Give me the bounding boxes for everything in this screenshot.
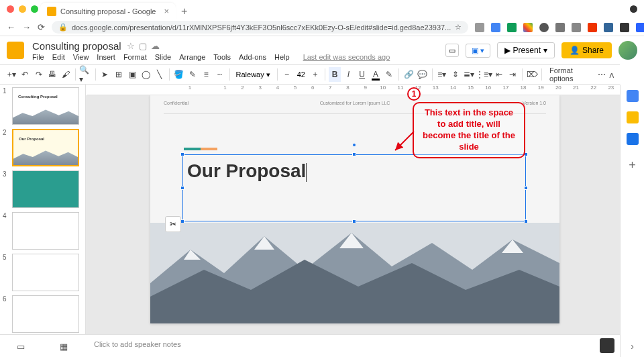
slide-thumb-4[interactable]: [12, 212, 79, 250]
present-button[interactable]: ▶ Present ▾: [497, 42, 555, 58]
last-edit-link[interactable]: Last edit was seconds ago: [303, 53, 390, 61]
ext-icon[interactable]: [523, 23, 533, 32]
autofit-icon[interactable]: ✂: [165, 216, 181, 232]
slide-thumb-5[interactable]: [12, 254, 79, 291]
textbox-tool[interactable]: ⊞: [113, 67, 125, 82]
speaker-notes[interactable]: Click to add speaker notes: [86, 334, 620, 357]
menu-view[interactable]: View: [73, 53, 89, 61]
shape-tool[interactable]: ◯: [140, 67, 152, 82]
star-icon[interactable]: ☆: [455, 23, 462, 32]
rotate-handle[interactable]: [352, 143, 356, 147]
ext-icon[interactable]: [555, 23, 565, 32]
explore-button[interactable]: [600, 338, 614, 353]
slide-thumb-2[interactable]: Our Proposal: [12, 129, 79, 166]
title-textbox[interactable]: Our Proposal: [182, 154, 526, 221]
tasks-addon-icon[interactable]: [627, 133, 639, 145]
indent-decrease-button[interactable]: ⇤: [492, 67, 504, 82]
menu-tools[interactable]: Tools: [213, 53, 231, 61]
forward-icon[interactable]: →: [22, 23, 31, 32]
resize-handle[interactable]: [180, 152, 184, 156]
indent-increase-button[interactable]: ⇥: [506, 67, 519, 82]
ext-icon[interactable]: [620, 23, 629, 32]
url-input[interactable]: 🔒 docs.google.com/presentation/d/11rXMlN…: [52, 21, 468, 34]
menu-help[interactable]: Help: [274, 53, 290, 61]
comments-icon[interactable]: ▭: [445, 44, 459, 57]
browser-tab[interactable]: Consulting proposal - Google ×: [40, 3, 176, 19]
image-tool[interactable]: ▣: [126, 67, 138, 82]
filmstrip-view-icon[interactable]: ▭: [17, 342, 26, 351]
redo-button[interactable]: ↷: [33, 67, 45, 82]
menu-addons[interactable]: Add-ons: [239, 53, 266, 61]
ext-icon[interactable]: [475, 23, 484, 32]
italic-button[interactable]: I: [342, 67, 354, 82]
text-color-button[interactable]: A: [370, 67, 382, 82]
numbered-list-button[interactable]: ≣▾: [463, 67, 475, 82]
font-increase-button[interactable]: +: [309, 67, 321, 82]
window-minimize-icon[interactable]: [19, 5, 26, 13]
ext-icon[interactable]: [572, 23, 581, 32]
ext-icon[interactable]: [604, 23, 613, 32]
clear-format-button[interactable]: ⌦: [526, 67, 538, 82]
fill-color-button[interactable]: 🪣: [173, 67, 185, 82]
back-icon[interactable]: ←: [7, 23, 15, 32]
ext-icon[interactable]: [636, 23, 644, 32]
add-addon-button[interactable]: +: [629, 158, 636, 172]
font-decrease-button[interactable]: −: [280, 67, 292, 82]
font-size-input[interactable]: 42: [294, 70, 308, 79]
line-spacing-button[interactable]: ⇕: [449, 67, 462, 82]
new-slide-button[interactable]: +▾: [5, 67, 17, 82]
google-slides-logo-icon[interactable]: [7, 42, 24, 59]
ext-icon[interactable]: [588, 23, 597, 32]
bulleted-list-button[interactable]: ⋮≡▾: [476, 67, 491, 82]
horizontal-ruler[interactable]: 11234567891011121314151617181920212223: [87, 85, 620, 95]
new-tab-button[interactable]: +: [181, 5, 187, 17]
slide-thumb-6[interactable]: [12, 295, 79, 333]
insert-link-button[interactable]: 🔗: [402, 67, 415, 82]
select-tool[interactable]: ➤: [99, 67, 111, 82]
resize-handle[interactable]: [180, 186, 184, 190]
ext-icon[interactable]: [507, 23, 517, 32]
tab-close-icon[interactable]: ×: [164, 6, 169, 16]
doc-title[interactable]: Consulting proposal: [32, 40, 121, 52]
slide-canvas[interactable]: Confidential Customized for Lorem Ipsum …: [86, 95, 620, 334]
grid-view-icon[interactable]: ▦: [60, 342, 69, 351]
share-button[interactable]: 👤 Share: [561, 42, 612, 58]
menu-arrange[interactable]: Arrange: [179, 53, 205, 61]
star-doc-icon[interactable]: ☆: [127, 41, 135, 51]
menu-format[interactable]: Format: [123, 53, 147, 61]
bold-button[interactable]: B: [329, 67, 341, 82]
title-text[interactable]: Our Proposal: [183, 155, 525, 187]
slideshow-button[interactable]: ▣ ▾: [466, 44, 490, 58]
menu-edit[interactable]: Edit: [52, 53, 65, 61]
ext-icon[interactable]: [491, 23, 500, 32]
font-family-select[interactable]: Raleway ▾: [233, 70, 274, 79]
underline-button[interactable]: U: [356, 67, 368, 82]
slide-thumb-3[interactable]: [12, 170, 79, 208]
slide-thumb-1[interactable]: Consulting Proposal: [12, 87, 79, 125]
account-avatar[interactable]: [619, 41, 637, 60]
resize-handle[interactable]: [524, 186, 528, 190]
menu-slide[interactable]: Slide: [155, 53, 171, 61]
align-button[interactable]: ≡▾: [436, 67, 448, 82]
border-weight-button[interactable]: ≡: [200, 67, 212, 82]
menu-file[interactable]: File: [32, 53, 44, 61]
reload-icon[interactable]: ⟳: [38, 23, 45, 32]
slide-filmstrip[interactable]: 1 Consulting Proposal 2 Our Proposal 3 4…: [0, 85, 86, 334]
border-dash-button[interactable]: ┄: [213, 67, 225, 82]
window-close-icon[interactable]: [7, 5, 14, 13]
resize-handle[interactable]: [524, 152, 528, 156]
collapse-toolbar-icon[interactable]: ʌ: [609, 70, 614, 80]
calendar-addon-icon[interactable]: [627, 90, 639, 102]
hide-panel-icon[interactable]: ›: [631, 341, 634, 352]
line-tool[interactable]: ╲: [153, 67, 165, 82]
paint-format-button[interactable]: 🖌: [60, 67, 72, 82]
print-button[interactable]: 🖶: [46, 67, 58, 82]
highlight-button[interactable]: ✎: [383, 67, 395, 82]
slide-editor[interactable]: Confidential Customized for Lorem Ipsum …: [150, 95, 559, 323]
menu-insert[interactable]: Insert: [97, 53, 115, 61]
zoom-button[interactable]: 🔍▾: [79, 67, 91, 82]
resize-handle[interactable]: [352, 152, 356, 156]
move-doc-icon[interactable]: ▢: [139, 41, 147, 51]
format-options-button[interactable]: Format options: [545, 66, 594, 83]
keep-addon-icon[interactable]: [627, 111, 639, 123]
